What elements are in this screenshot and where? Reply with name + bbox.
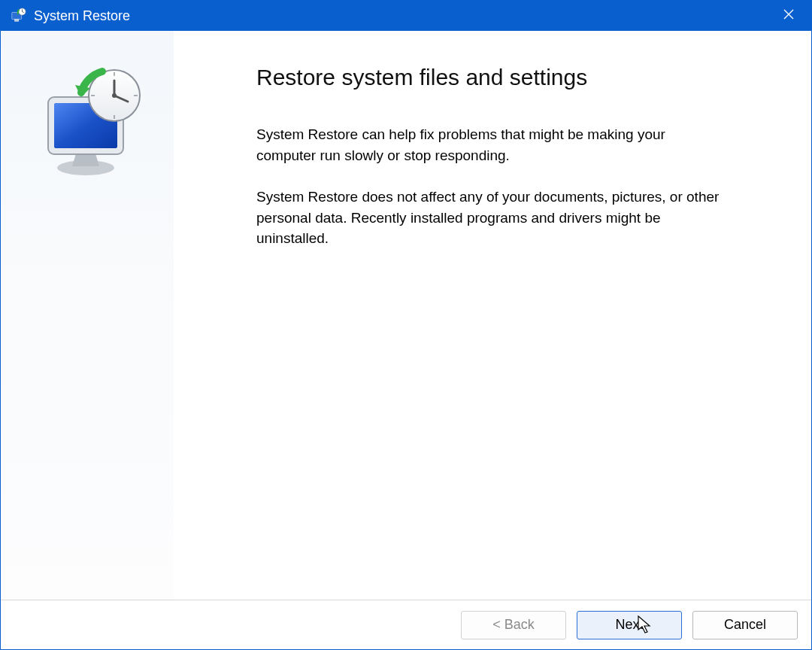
back-button: < Back bbox=[461, 611, 566, 639]
wizard-content: Restore system files and settings System… bbox=[174, 31, 811, 600]
titlebar: System Restore bbox=[1, 1, 811, 31]
page-heading: Restore system files and settings bbox=[256, 65, 766, 90]
svg-point-14 bbox=[112, 93, 117, 98]
wizard-body: Restore system files and settings System… bbox=[1, 31, 811, 600]
intro-paragraph-1: System Restore can help fix problems tha… bbox=[256, 124, 723, 166]
system-restore-window: System Restore bbox=[0, 0, 812, 650]
close-button[interactable] bbox=[766, 1, 811, 31]
close-icon bbox=[783, 8, 795, 24]
wizard-sidebar bbox=[1, 31, 174, 600]
system-restore-title-icon bbox=[10, 8, 26, 24]
svg-rect-1 bbox=[14, 20, 19, 22]
system-restore-hero-icon bbox=[27, 61, 147, 181]
window-title: System Restore bbox=[34, 8, 130, 24]
next-button[interactable]: Next bbox=[577, 611, 682, 639]
cancel-button[interactable]: Cancel bbox=[692, 611, 798, 639]
intro-paragraph-2: System Restore does not affect any of yo… bbox=[256, 187, 723, 249]
wizard-footer: < Back Next Cancel bbox=[1, 600, 811, 649]
